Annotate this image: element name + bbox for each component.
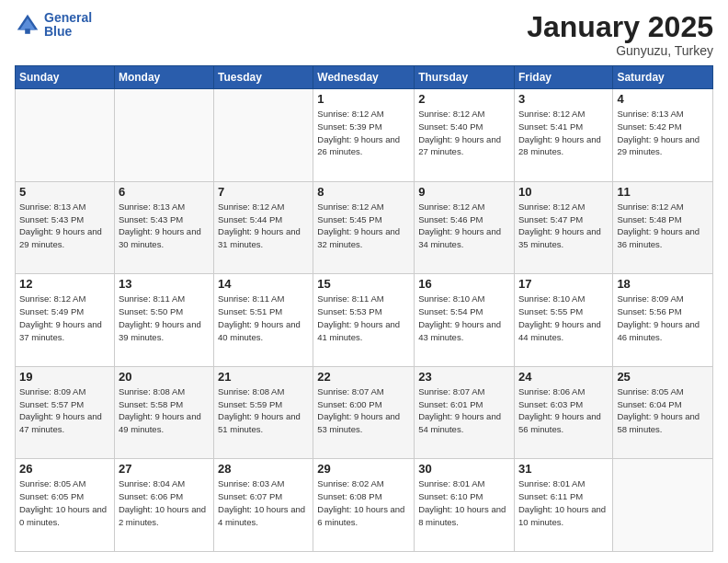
calendar-cell: 10Sunrise: 8:12 AM Sunset: 5:47 PM Dayli… (514, 181, 612, 274)
day-info: Sunrise: 8:08 AM Sunset: 5:58 PM Dayligh… (119, 385, 210, 436)
page: General Blue January 2025 Gunyuzu, Turke… (0, 0, 728, 563)
title-block: January 2025 Gunyuzu, Turkey (527, 11, 713, 58)
day-number: 23 (418, 370, 510, 384)
day-number: 4 (617, 92, 709, 106)
day-number: 12 (19, 277, 110, 291)
month-title: January 2025 (527, 11, 713, 43)
day-number: 29 (317, 462, 410, 476)
calendar-cell: 23Sunrise: 8:07 AM Sunset: 6:01 PM Dayli… (415, 366, 515, 459)
day-number: 22 (317, 370, 410, 384)
calendar-cell: 2Sunrise: 8:12 AM Sunset: 5:40 PM Daylig… (415, 89, 515, 182)
day-number: 28 (218, 462, 309, 476)
day-info: Sunrise: 8:11 AM Sunset: 5:51 PM Dayligh… (218, 293, 309, 343)
calendar-cell: 1Sunrise: 8:12 AM Sunset: 5:39 PM Daylig… (313, 89, 415, 182)
day-info: Sunrise: 8:10 AM Sunset: 5:55 PM Dayligh… (518, 293, 609, 343)
calendar-body: 1Sunrise: 8:12 AM Sunset: 5:39 PM Daylig… (16, 89, 713, 552)
day-info: Sunrise: 8:13 AM Sunset: 5:43 PM Dayligh… (19, 201, 110, 251)
day-number: 21 (218, 370, 309, 384)
calendar-cell (114, 89, 213, 182)
calendar-cell: 31Sunrise: 8:01 AM Sunset: 6:11 PM Dayli… (514, 459, 612, 552)
day-number: 14 (218, 277, 309, 291)
weekday-header-monday: Monday (114, 66, 213, 89)
day-info: Sunrise: 8:03 AM Sunset: 6:07 PM Dayligh… (218, 477, 309, 528)
logo-line2: Blue (44, 25, 92, 39)
day-info: Sunrise: 8:09 AM Sunset: 5:57 PM Dayligh… (19, 385, 110, 436)
day-number: 7 (218, 185, 309, 199)
day-info: Sunrise: 8:12 AM Sunset: 5:39 PM Dayligh… (317, 108, 410, 158)
calendar-cell: 12Sunrise: 8:12 AM Sunset: 5:49 PM Dayli… (16, 274, 115, 367)
header: General Blue January 2025 Gunyuzu, Turke… (15, 11, 713, 58)
day-number: 25 (617, 370, 709, 384)
calendar-header: SundayMondayTuesdayWednesdayThursdayFrid… (16, 66, 713, 89)
weekday-header-saturday: Saturday (613, 66, 713, 89)
day-number: 1 (317, 92, 410, 106)
calendar-cell: 17Sunrise: 8:10 AM Sunset: 5:55 PM Dayli… (514, 274, 612, 367)
calendar-cell (613, 459, 713, 552)
calendar-cell: 26Sunrise: 8:05 AM Sunset: 6:05 PM Dayli… (16, 459, 115, 552)
calendar-cell: 18Sunrise: 8:09 AM Sunset: 5:56 PM Dayli… (613, 274, 713, 367)
calendar-cell: 11Sunrise: 8:12 AM Sunset: 5:48 PM Dayli… (613, 181, 713, 274)
calendar-cell: 19Sunrise: 8:09 AM Sunset: 5:57 PM Dayli… (16, 366, 115, 459)
day-info: Sunrise: 8:01 AM Sunset: 6:10 PM Dayligh… (418, 477, 510, 528)
logo: General Blue (15, 11, 92, 40)
weekday-header-sunday: Sunday (16, 66, 115, 89)
logo-icon (15, 12, 40, 38)
calendar-cell: 24Sunrise: 8:06 AM Sunset: 6:03 PM Dayli… (514, 366, 612, 459)
calendar-cell: 30Sunrise: 8:01 AM Sunset: 6:10 PM Dayli… (415, 459, 515, 552)
day-number: 15 (317, 277, 410, 291)
calendar-cell: 14Sunrise: 8:11 AM Sunset: 5:51 PM Dayli… (214, 274, 313, 367)
day-info: Sunrise: 8:12 AM Sunset: 5:41 PM Dayligh… (518, 108, 609, 158)
day-number: 8 (317, 185, 410, 199)
calendar-cell: 22Sunrise: 8:07 AM Sunset: 6:00 PM Dayli… (313, 366, 415, 459)
calendar-cell: 3Sunrise: 8:12 AM Sunset: 5:41 PM Daylig… (514, 89, 612, 182)
day-info: Sunrise: 8:05 AM Sunset: 6:04 PM Dayligh… (617, 385, 709, 436)
day-info: Sunrise: 8:05 AM Sunset: 6:05 PM Dayligh… (19, 477, 110, 528)
weekday-row: SundayMondayTuesdayWednesdayThursdayFrid… (16, 66, 713, 89)
weekday-header-wednesday: Wednesday (313, 66, 415, 89)
weekday-header-thursday: Thursday (415, 66, 515, 89)
day-number: 10 (518, 185, 609, 199)
day-number: 30 (418, 462, 510, 476)
day-number: 16 (418, 277, 510, 291)
calendar-week-row: 5Sunrise: 8:13 AM Sunset: 5:43 PM Daylig… (16, 181, 713, 274)
calendar-cell: 27Sunrise: 8:04 AM Sunset: 6:06 PM Dayli… (114, 459, 213, 552)
calendar-cell: 21Sunrise: 8:08 AM Sunset: 5:59 PM Dayli… (214, 366, 313, 459)
day-number: 26 (19, 462, 110, 476)
calendar-cell: 20Sunrise: 8:08 AM Sunset: 5:58 PM Dayli… (114, 366, 213, 459)
location-subtitle: Gunyuzu, Turkey (527, 43, 713, 58)
day-number: 5 (19, 185, 110, 199)
calendar-cell: 15Sunrise: 8:11 AM Sunset: 5:53 PM Dayli… (313, 274, 415, 367)
day-number: 13 (119, 277, 210, 291)
day-info: Sunrise: 8:01 AM Sunset: 6:11 PM Dayligh… (518, 477, 609, 528)
day-number: 18 (617, 277, 709, 291)
day-number: 9 (418, 185, 510, 199)
calendar-cell: 6Sunrise: 8:13 AM Sunset: 5:43 PM Daylig… (114, 181, 213, 274)
day-info: Sunrise: 8:11 AM Sunset: 5:50 PM Dayligh… (119, 293, 210, 343)
calendar-cell: 28Sunrise: 8:03 AM Sunset: 6:07 PM Dayli… (214, 459, 313, 552)
calendar-cell: 8Sunrise: 8:12 AM Sunset: 5:45 PM Daylig… (313, 181, 415, 274)
calendar-cell: 16Sunrise: 8:10 AM Sunset: 5:54 PM Dayli… (415, 274, 515, 367)
day-info: Sunrise: 8:06 AM Sunset: 6:03 PM Dayligh… (518, 385, 609, 436)
day-info: Sunrise: 8:13 AM Sunset: 5:43 PM Dayligh… (119, 201, 210, 251)
day-info: Sunrise: 8:07 AM Sunset: 6:00 PM Dayligh… (317, 385, 410, 436)
logo-line1: General (44, 11, 92, 25)
day-info: Sunrise: 8:12 AM Sunset: 5:45 PM Dayligh… (317, 201, 410, 251)
day-number: 24 (518, 370, 609, 384)
day-info: Sunrise: 8:10 AM Sunset: 5:54 PM Dayligh… (418, 293, 510, 343)
svg-rect-2 (25, 29, 30, 35)
weekday-header-tuesday: Tuesday (214, 66, 313, 89)
calendar-week-row: 19Sunrise: 8:09 AM Sunset: 5:57 PM Dayli… (16, 366, 713, 459)
day-number: 6 (119, 185, 210, 199)
calendar-week-row: 12Sunrise: 8:12 AM Sunset: 5:49 PM Dayli… (16, 274, 713, 367)
calendar-week-row: 26Sunrise: 8:05 AM Sunset: 6:05 PM Dayli… (16, 459, 713, 552)
day-info: Sunrise: 8:12 AM Sunset: 5:46 PM Dayligh… (418, 201, 510, 251)
day-info: Sunrise: 8:07 AM Sunset: 6:01 PM Dayligh… (418, 385, 510, 436)
day-number: 20 (119, 370, 210, 384)
calendar-cell (16, 89, 115, 182)
day-number: 31 (518, 462, 609, 476)
day-info: Sunrise: 8:04 AM Sunset: 6:06 PM Dayligh… (119, 477, 210, 528)
calendar-cell: 29Sunrise: 8:02 AM Sunset: 6:08 PM Dayli… (313, 459, 415, 552)
calendar-cell: 7Sunrise: 8:12 AM Sunset: 5:44 PM Daylig… (214, 181, 313, 274)
day-info: Sunrise: 8:12 AM Sunset: 5:40 PM Dayligh… (418, 108, 510, 158)
day-number: 19 (19, 370, 110, 384)
